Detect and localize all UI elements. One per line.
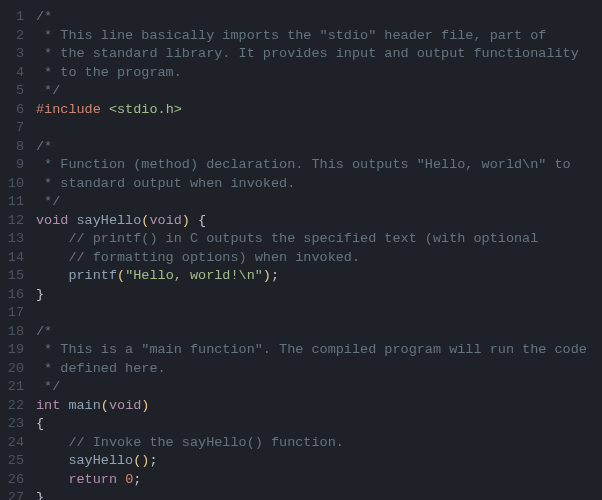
token-c: * the standard library. It provides inpu… xyxy=(36,46,579,61)
line-number: 25 xyxy=(0,452,24,471)
code-line[interactable]: * Function (method) declaration. This ou… xyxy=(36,156,602,175)
token-c: * to the program. xyxy=(36,65,182,80)
code-line[interactable]: * This is a "main function". The compile… xyxy=(36,341,602,360)
token-p: { xyxy=(36,416,44,431)
line-number: 19 xyxy=(0,341,24,360)
line-number: 3 xyxy=(0,45,24,64)
token-ty: void xyxy=(36,213,68,228)
token-c: * defined here. xyxy=(36,361,166,376)
token-p: { xyxy=(190,213,206,228)
token-c: /* xyxy=(36,324,52,339)
token-pa: ) xyxy=(141,398,149,413)
token-fn: main xyxy=(68,398,100,413)
token-pa: ) xyxy=(263,268,271,283)
token-c: * This line basically imports the "stdio… xyxy=(36,28,546,43)
code-line[interactable]: } xyxy=(36,489,602,500)
line-number: 21 xyxy=(0,378,24,397)
token-ty: int xyxy=(36,398,60,413)
line-number-gutter: 1234567891011121314151617181920212223242… xyxy=(0,0,36,500)
line-number: 22 xyxy=(0,397,24,416)
token-p xyxy=(36,435,68,450)
line-number: 2 xyxy=(0,27,24,46)
token-c: // formatting options) when invoked. xyxy=(68,250,360,265)
token-p xyxy=(68,213,76,228)
token-call: sayHello xyxy=(68,453,133,468)
token-p xyxy=(117,472,125,487)
code-line[interactable]: /* xyxy=(36,323,602,342)
code-line[interactable]: // printf() in C outputs the specified t… xyxy=(36,230,602,249)
code-line[interactable]: */ xyxy=(36,193,602,212)
token-p xyxy=(36,250,68,265)
token-p xyxy=(36,268,68,283)
code-line[interactable]: int main(void) xyxy=(36,397,602,416)
code-line[interactable]: #include <stdio.h> xyxy=(36,101,602,120)
token-p: } xyxy=(36,490,44,500)
line-number: 27 xyxy=(0,489,24,500)
code-line[interactable]: // Invoke the sayHello() function. xyxy=(36,434,602,453)
line-number: 20 xyxy=(0,360,24,379)
code-line[interactable]: { xyxy=(36,415,602,434)
token-c: /* xyxy=(36,9,52,24)
code-line[interactable]: * defined here. xyxy=(36,360,602,379)
line-number: 26 xyxy=(0,471,24,490)
line-number: 17 xyxy=(0,304,24,323)
token-p xyxy=(36,453,68,468)
token-pa: ) xyxy=(182,213,190,228)
line-number: 13 xyxy=(0,230,24,249)
token-p xyxy=(101,102,109,117)
token-c: */ xyxy=(36,379,60,394)
code-line[interactable]: */ xyxy=(36,378,602,397)
token-s: "Hello, world!\n" xyxy=(125,268,263,283)
line-number: 8 xyxy=(0,138,24,157)
code-line[interactable]: } xyxy=(36,286,602,305)
line-number: 24 xyxy=(0,434,24,453)
line-number: 5 xyxy=(0,82,24,101)
token-fn: sayHello xyxy=(77,213,142,228)
code-line[interactable] xyxy=(36,119,602,138)
code-line[interactable]: */ xyxy=(36,82,602,101)
code-line[interactable]: * standard output when invoked. xyxy=(36,175,602,194)
token-pa: ( xyxy=(117,268,125,283)
code-line[interactable]: printf("Hello, world!\n"); xyxy=(36,267,602,286)
code-line[interactable]: // formatting options) when invoked. xyxy=(36,249,602,268)
line-number: 23 xyxy=(0,415,24,434)
code-line[interactable]: /* xyxy=(36,138,602,157)
token-p xyxy=(36,472,68,487)
line-number: 14 xyxy=(0,249,24,268)
token-inc: <stdio.h> xyxy=(109,102,182,117)
line-number: 7 xyxy=(0,119,24,138)
code-line[interactable]: sayHello(); xyxy=(36,452,602,471)
token-p: ; xyxy=(133,472,141,487)
token-c: // Invoke the sayHello() function. xyxy=(68,435,343,450)
code-line[interactable]: * to the program. xyxy=(36,64,602,83)
line-number: 9 xyxy=(0,156,24,175)
token-p: } xyxy=(36,287,44,302)
line-number: 16 xyxy=(0,286,24,305)
code-line[interactable]: /* xyxy=(36,8,602,27)
code-editor-content[interactable]: /* * This line basically imports the "st… xyxy=(36,0,602,500)
token-c: // printf() in C outputs the specified t… xyxy=(68,231,538,246)
code-line[interactable]: return 0; xyxy=(36,471,602,490)
line-number: 10 xyxy=(0,175,24,194)
line-number: 1 xyxy=(0,8,24,27)
token-c: * This is a "main function". The compile… xyxy=(36,342,587,357)
line-number: 18 xyxy=(0,323,24,342)
line-number: 11 xyxy=(0,193,24,212)
code-line[interactable] xyxy=(36,304,602,323)
code-line[interactable]: * This line basically imports the "stdio… xyxy=(36,27,602,46)
token-c: */ xyxy=(36,83,60,98)
token-p: ; xyxy=(149,453,157,468)
token-kw: return xyxy=(68,472,117,487)
token-c: * standard output when invoked. xyxy=(36,176,295,191)
token-p xyxy=(36,231,68,246)
code-line[interactable]: * the standard library. It provides inpu… xyxy=(36,45,602,64)
token-c: * Function (method) declaration. This ou… xyxy=(36,157,571,172)
token-ty: void xyxy=(149,213,181,228)
token-c: /* xyxy=(36,139,52,154)
token-pp: #include xyxy=(36,102,101,117)
token-p: ; xyxy=(271,268,279,283)
code-line[interactable]: void sayHello(void) { xyxy=(36,212,602,231)
token-pa: ( xyxy=(101,398,109,413)
line-number: 15 xyxy=(0,267,24,286)
token-ty: void xyxy=(109,398,141,413)
